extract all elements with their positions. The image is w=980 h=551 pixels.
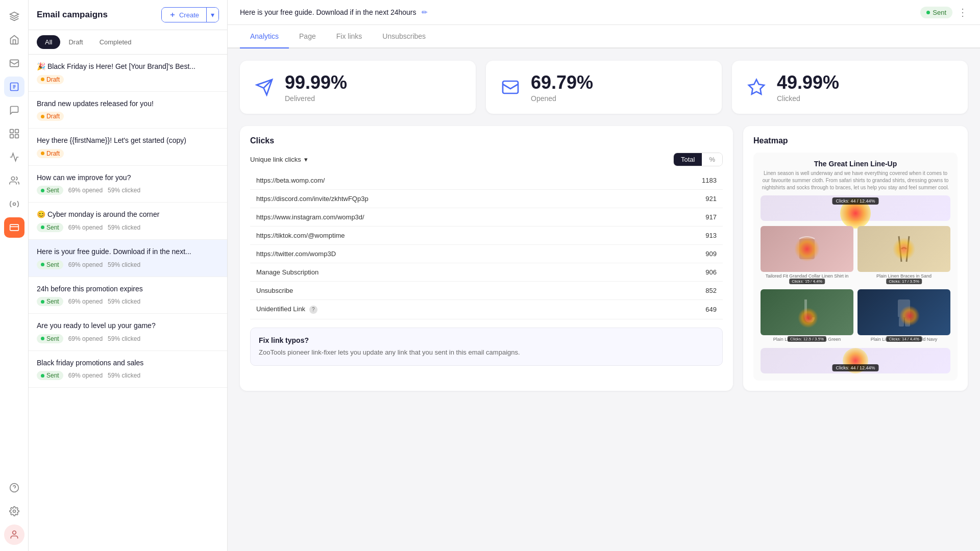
campaign-item[interactable]: 🎉 Black Friday is Here! Get [Your Brand]… xyxy=(29,55,227,92)
campaign-item[interactable]: 24h before this promotion expires Sent 6… xyxy=(29,277,227,314)
create-button-group[interactable]: Create ▾ xyxy=(161,7,219,22)
stat-card-clicked: 49.99% Clicked xyxy=(732,61,968,114)
link-row: https://twitter.com/womp3D 909 xyxy=(250,245,723,263)
app-logo-icon[interactable] xyxy=(4,6,24,27)
users-icon[interactable] xyxy=(4,170,24,191)
status-dot xyxy=(41,189,44,192)
svg-point-11 xyxy=(13,510,15,513)
campaign-meta: Sent 69% opened 59% clicked xyxy=(37,334,219,343)
svg-point-12 xyxy=(12,531,16,535)
clicked-rate: 59% clicked xyxy=(108,335,140,342)
billing-icon[interactable] xyxy=(4,217,24,238)
tab-unsubscribes[interactable]: Unsubscribes xyxy=(372,25,436,48)
delivered-label: Delivered xyxy=(285,94,347,103)
heatmap-item-3: Clicks: 12.5 / 3.5% Plain Linen Short So… xyxy=(761,289,853,343)
campaign-subject: Here is your free guide. Download if in … xyxy=(240,8,416,16)
create-main-button[interactable]: Create xyxy=(162,8,206,22)
status-dot xyxy=(41,152,44,155)
unique-link-dropdown[interactable]: Unique link clicks ▾ xyxy=(250,156,308,163)
campaign-title: Brand new updates released for you! xyxy=(37,99,219,109)
status-badge: Sent xyxy=(37,186,63,195)
tab-page[interactable]: Page xyxy=(289,25,326,48)
campaign-item[interactable]: Are you ready to level up your game? Sen… xyxy=(29,314,227,351)
tab-analytics[interactable]: Analytics xyxy=(240,25,289,48)
campaign-meta: Sent 69% opened 59% clicked xyxy=(37,260,219,269)
tab-fix-links[interactable]: Fix links xyxy=(326,25,373,48)
analytics-nav-icon[interactable] xyxy=(4,147,24,167)
stat-info: 69.79% Opened xyxy=(531,72,593,103)
integrations-icon[interactable] xyxy=(4,194,24,214)
filter-tabs: All Draft Completed xyxy=(29,30,227,55)
home-icon[interactable] xyxy=(4,30,24,50)
edit-icon[interactable]: ✏ xyxy=(422,8,428,16)
campaign-item[interactable]: Brand new updates released for you! Draf… xyxy=(29,92,227,129)
settings-icon[interactable] xyxy=(4,501,24,521)
opened-value: 69.79% xyxy=(531,72,593,93)
campaign-item[interactable]: How can we improve for you? Sent 69% ope… xyxy=(29,166,227,203)
clicked-label: Clicked xyxy=(777,94,839,103)
status-badge: Draft xyxy=(37,149,64,158)
toggle-percent[interactable]: % xyxy=(702,153,722,166)
campaign-meta: Sent 69% opened 59% clicked xyxy=(37,186,219,195)
status-badge: Sent xyxy=(37,223,63,232)
campaign-item-active[interactable]: Here is your free guide. Download if in … xyxy=(29,240,227,277)
clicks-toolbar: Unique link clicks ▾ Total % xyxy=(250,153,723,166)
heatmap-item-2: Clicks: 17 / 3.5% Plain Linen Braces in … xyxy=(857,226,950,285)
link-url: Unsubscribe xyxy=(256,287,293,294)
item2-heat-badge: Clicks: 17 / 3.5% xyxy=(886,279,922,284)
opened-icon xyxy=(498,75,523,99)
svg-rect-5 xyxy=(15,135,18,138)
campaign-item[interactable]: Hey there {{firstName}}! Let's get start… xyxy=(29,129,227,166)
bottom-row: Clicks Unique link clicks ▾ Total % http… xyxy=(240,126,968,391)
link-url: Unidentified Link ? xyxy=(256,305,317,314)
more-options-button[interactable]: ⋮ xyxy=(958,6,968,18)
status-dot xyxy=(41,374,44,378)
opened-rate: 69% opened xyxy=(68,335,103,342)
stat-card-delivered: 99.99% Delivered xyxy=(240,61,476,114)
fix-link-desc: ZooTools pioneer link-fixer lets you upd… xyxy=(259,347,714,358)
bottom-heat-badge: Clicks: 44 / 12.44% xyxy=(832,364,878,371)
link-row: https://beta.womp.com/ 1183 xyxy=(250,171,723,190)
link-count: 913 xyxy=(705,232,717,239)
opened-rate: 69% opened xyxy=(68,298,103,305)
status-dot xyxy=(41,226,44,229)
campaign-meta: Sent 69% opened 59% clicked xyxy=(37,297,219,306)
heatmap-item-4: Clicks: 14 / 4.4% Plain Linen Pyjamas in… xyxy=(857,289,950,343)
link-count: 906 xyxy=(705,268,717,276)
svg-point-6 xyxy=(11,177,15,181)
link-url: https://twitter.com/womp3D xyxy=(256,250,336,258)
campaign-meta: Sent 69% opened 59% clicked xyxy=(37,371,219,380)
create-dropdown-button[interactable]: ▾ xyxy=(206,8,218,22)
sent-dot xyxy=(926,11,930,14)
info-icon: ? xyxy=(309,306,317,314)
campaign-item[interactable]: Black friday promotions and sales Sent 6… xyxy=(29,351,227,388)
top-heat-badge: Clicks: 44 / 12.44% xyxy=(832,197,878,205)
item3-heat-badge: Clicks: 12.5 / 3.5% xyxy=(788,336,826,342)
campaign-title: 24h before this promotion expires xyxy=(37,284,219,294)
clicked-value: 49.99% xyxy=(777,72,839,93)
toggle-total[interactable]: Total xyxy=(674,153,702,166)
svg-rect-0 xyxy=(10,60,18,66)
campaigns-icon[interactable] xyxy=(4,77,24,97)
campaign-meta: Draft xyxy=(37,75,219,84)
mail-icon[interactable] xyxy=(4,53,24,73)
filter-tab-draft[interactable]: Draft xyxy=(60,35,91,49)
fix-link-box: Fix link typos? ZooTools pioneer link-fi… xyxy=(250,328,723,366)
help-icon[interactable] xyxy=(4,478,24,498)
templates-icon[interactable] xyxy=(4,123,24,144)
filter-tab-completed[interactable]: Completed xyxy=(91,35,140,49)
opened-rate: 69% opened xyxy=(68,372,103,379)
filter-tab-all[interactable]: All xyxy=(37,35,60,49)
item4-heat-badge: Clicks: 14 / 4.4% xyxy=(886,336,922,342)
main-header-left: Here is your free guide. Download if in … xyxy=(240,8,428,16)
status-dot xyxy=(41,337,44,340)
campaign-item[interactable]: 😊 Cyber monday is around the corner Sent… xyxy=(29,203,227,240)
link-row: Unidentified Link ? 649 xyxy=(250,300,723,319)
transactions-icon[interactable] xyxy=(4,100,24,120)
avatar[interactable] xyxy=(4,524,24,545)
delivered-icon xyxy=(252,75,277,99)
link-url: https://discord.com/invite/zkhtwFQp3p xyxy=(256,195,369,203)
link-row: Unsubscribe 852 xyxy=(250,282,723,300)
svg-rect-2 xyxy=(10,130,13,133)
heatmap-item-1: Clicks: 15 / 4.4% Tailored Fit Grandad C… xyxy=(761,226,853,285)
